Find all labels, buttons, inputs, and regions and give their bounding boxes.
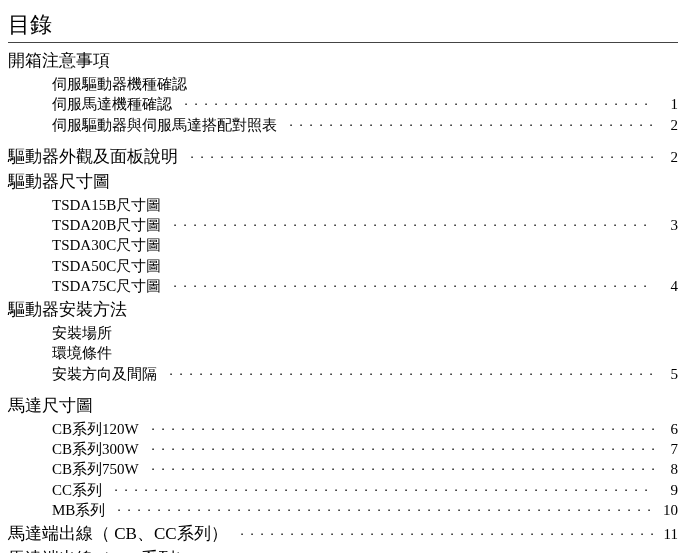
toc-entry: 伺服驅動器機種確認 xyxy=(8,74,678,94)
dot-leader: ‧‧‧‧‧‧‧‧‧‧‧‧‧‧‧‧‧‧‧‧‧‧‧‧‧‧‧‧‧‧‧‧‧‧‧‧‧‧‧‧… xyxy=(173,278,654,296)
toc-entry-label: CB系列300W xyxy=(52,439,139,459)
toc-entry: MB系列 ‧‧‧‧‧‧‧‧‧‧‧‧‧‧‧‧‧‧‧‧‧‧‧‧‧‧‧‧‧‧‧‧‧‧‧… xyxy=(8,500,678,520)
toc-entry: TSDA20B尺寸圖 ‧‧‧‧‧‧‧‧‧‧‧‧‧‧‧‧‧‧‧‧‧‧‧‧‧‧‧‧‧… xyxy=(8,215,678,235)
toc-entry: CB系列750W ‧‧‧‧‧‧‧‧‧‧‧‧‧‧‧‧‧‧‧‧‧‧‧‧‧‧‧‧‧‧‧… xyxy=(8,459,678,479)
dot-leader: ‧‧‧‧‧‧‧‧‧‧‧‧‧‧‧‧‧‧‧‧‧‧‧‧‧‧‧‧‧‧‧‧‧‧‧‧‧‧‧‧… xyxy=(173,217,654,235)
toc-page-number: 1 xyxy=(654,94,678,114)
toc-page-number: 3 xyxy=(654,215,678,235)
toc-entry: 環境條件 xyxy=(8,343,678,363)
toc-page-number: 4 xyxy=(654,276,678,296)
toc-entry-label: 伺服驅動器與伺服馬達搭配對照表 xyxy=(52,115,277,135)
toc-entry-label: TSDA50C尺寸圖 xyxy=(52,256,161,276)
section-heading-appearance: 驅動器外觀及面板說明 ‧‧‧‧‧‧‧‧‧‧‧‧‧‧‧‧‧‧‧‧‧‧‧‧‧‧‧‧‧… xyxy=(8,145,678,168)
dot-leader: ‧‧‧‧‧‧‧‧‧‧‧‧‧‧‧‧‧‧‧‧‧‧‧‧‧‧‧‧‧‧‧‧‧‧‧‧‧‧‧‧… xyxy=(151,441,654,459)
toc-entry-label: 安裝場所 xyxy=(52,323,112,343)
dot-leader: ‧‧‧‧‧‧‧‧‧‧‧‧‧‧‧‧‧‧‧‧‧‧‧‧‧‧‧‧‧‧‧‧‧‧‧‧‧‧‧‧… xyxy=(151,461,654,479)
section-heading-installation: 驅動器安裝方法 xyxy=(8,298,678,321)
toc-page-number: 6 xyxy=(654,419,678,439)
toc-entry: 安裝場所 xyxy=(8,323,678,343)
toc-entry: 伺服驅動器與伺服馬達搭配對照表 ‧‧‧‧‧‧‧‧‧‧‧‧‧‧‧‧‧‧‧‧‧‧‧‧… xyxy=(8,115,678,135)
toc-entry: CC系列 ‧‧‧‧‧‧‧‧‧‧‧‧‧‧‧‧‧‧‧‧‧‧‧‧‧‧‧‧‧‧‧‧‧‧‧… xyxy=(8,480,678,500)
toc-entry-label: CB系列750W xyxy=(52,459,139,479)
toc-entry-label: MB系列 xyxy=(52,500,105,520)
toc-page-number: 2 xyxy=(654,115,678,135)
toc-page-number: 11 xyxy=(654,526,678,543)
toc-page-number: 2 xyxy=(654,149,678,166)
toc-entry-label: 環境條件 xyxy=(52,343,112,363)
section-heading-unboxing: 開箱注意事項 xyxy=(8,49,678,72)
dot-leader: ‧‧‧‧‧‧‧‧‧‧‧‧‧‧‧‧‧‧‧‧‧‧‧‧‧‧‧‧‧‧‧‧‧‧‧‧‧‧‧‧… xyxy=(240,527,654,543)
section-heading-wiring-cbcc: 馬達端出線（ CB、CC系列） ‧‧‧‧‧‧‧‧‧‧‧‧‧‧‧‧‧‧‧‧‧‧‧‧… xyxy=(8,522,678,545)
toc-entry: TSDA75C尺寸圖 ‧‧‧‧‧‧‧‧‧‧‧‧‧‧‧‧‧‧‧‧‧‧‧‧‧‧‧‧‧… xyxy=(8,276,678,296)
toc-entry: 伺服馬達機種確認 ‧‧‧‧‧‧‧‧‧‧‧‧‧‧‧‧‧‧‧‧‧‧‧‧‧‧‧‧‧‧‧… xyxy=(8,94,678,114)
toc-entry-label: 馬達端出線（ CB、CC系列） xyxy=(8,522,228,545)
toc-entry: CB系列120W ‧‧‧‧‧‧‧‧‧‧‧‧‧‧‧‧‧‧‧‧‧‧‧‧‧‧‧‧‧‧‧… xyxy=(8,419,678,439)
toc-entry-label: CC系列 xyxy=(52,480,102,500)
toc-entry-label: 驅動器外觀及面板說明 xyxy=(8,145,178,168)
dot-leader: ‧‧‧‧‧‧‧‧‧‧‧‧‧‧‧‧‧‧‧‧‧‧‧‧‧‧‧‧‧‧‧‧‧‧‧‧‧‧‧‧… xyxy=(289,117,654,135)
toc-entry-label: 伺服驅動器機種確認 xyxy=(52,74,187,94)
dot-leader: ‧‧‧‧‧‧‧‧‧‧‧‧‧‧‧‧‧‧‧‧‧‧‧‧‧‧‧‧‧‧‧‧‧‧‧‧‧‧‧‧… xyxy=(151,421,654,439)
dot-leader: ‧‧‧‧‧‧‧‧‧‧‧‧‧‧‧‧‧‧‧‧‧‧‧‧‧‧‧‧‧‧‧‧‧‧‧‧‧‧‧‧… xyxy=(190,150,654,166)
toc-page-number: 5 xyxy=(654,364,678,384)
toc-page-number: 7 xyxy=(654,439,678,459)
section-heading-motor-dimensions: 馬達尺寸圖 xyxy=(8,394,678,417)
toc-entry-label: TSDA30C尺寸圖 xyxy=(52,235,161,255)
dot-leader: ‧‧‧‧‧‧‧‧‧‧‧‧‧‧‧‧‧‧‧‧‧‧‧‧‧‧‧‧‧‧‧‧‧‧‧‧‧‧‧‧… xyxy=(117,502,654,520)
toc-entry-label: TSDA20B尺寸圖 xyxy=(52,215,161,235)
toc-entry: TSDA15B尺寸圖 xyxy=(8,195,678,215)
toc-entry: 安裝方向及間隔 ‧‧‧‧‧‧‧‧‧‧‧‧‧‧‧‧‧‧‧‧‧‧‧‧‧‧‧‧‧‧‧‧… xyxy=(8,364,678,384)
page-title: 目錄 xyxy=(8,10,678,43)
section-heading-driver-dimensions: 驅動器尺寸圖 xyxy=(8,170,678,193)
section-heading-wiring-mb: 馬達端出線（ MB系列） ‧‧‧‧‧‧‧‧‧‧‧‧‧‧‧‧‧‧‧‧‧‧‧‧‧‧‧… xyxy=(8,547,678,553)
toc-page-number: 8 xyxy=(654,459,678,479)
toc-entry-label: CB系列120W xyxy=(52,419,139,439)
toc-entry: CB系列300W ‧‧‧‧‧‧‧‧‧‧‧‧‧‧‧‧‧‧‧‧‧‧‧‧‧‧‧‧‧‧‧… xyxy=(8,439,678,459)
toc-entry-label: TSDA15B尺寸圖 xyxy=(52,195,161,215)
toc-entry-label: 馬達端出線（ MB系列） xyxy=(8,547,192,553)
toc-page-number: 10 xyxy=(654,500,678,520)
toc-entry-label: 安裝方向及間隔 xyxy=(52,364,157,384)
toc-entry: TSDA30C尺寸圖 xyxy=(8,235,678,255)
toc-entry: TSDA50C尺寸圖 xyxy=(8,256,678,276)
dot-leader: ‧‧‧‧‧‧‧‧‧‧‧‧‧‧‧‧‧‧‧‧‧‧‧‧‧‧‧‧‧‧‧‧‧‧‧‧‧‧‧‧… xyxy=(114,482,654,500)
dot-leader: ‧‧‧‧‧‧‧‧‧‧‧‧‧‧‧‧‧‧‧‧‧‧‧‧‧‧‧‧‧‧‧‧‧‧‧‧‧‧‧‧… xyxy=(169,366,654,384)
toc-entry-label: 伺服馬達機種確認 xyxy=(52,94,172,114)
dot-leader: ‧‧‧‧‧‧‧‧‧‧‧‧‧‧‧‧‧‧‧‧‧‧‧‧‧‧‧‧‧‧‧‧‧‧‧‧‧‧‧‧… xyxy=(184,96,654,114)
toc-entry-label: TSDA75C尺寸圖 xyxy=(52,276,161,296)
toc-page-number: 9 xyxy=(654,480,678,500)
